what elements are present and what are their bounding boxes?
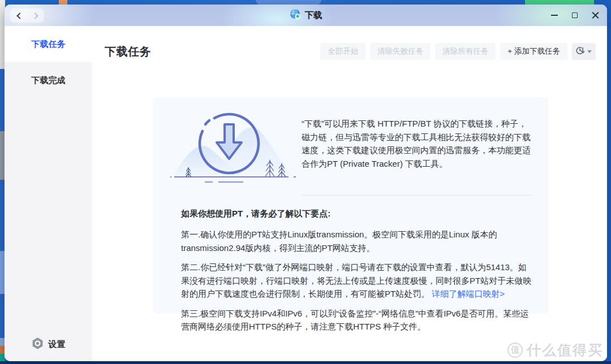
close-icon (592, 12, 599, 19)
sidebar-item-label: 下载完成 (32, 75, 66, 86)
settings-button[interactable]: 设置 (5, 336, 92, 352)
nav-button-group (10, 8, 44, 23)
clear-failed-button[interactable]: 清除失败任务 (370, 43, 431, 60)
content-header: 下载任务 全部开始 清除失败任务 清除所有任务 + 添加下载任务 (92, 26, 607, 60)
port-mapping-link[interactable]: 详细了解端口映射> (432, 289, 505, 298)
clear-all-button[interactable]: 清除所有任务 (435, 43, 496, 60)
maximize-icon (572, 12, 578, 18)
desktop-fragment (0, 361, 611, 364)
window-title: 下载 (305, 10, 322, 21)
download-app-window: 下载 下载任务 下载完成 设置 (5, 5, 607, 361)
sidebar-item-download-complete[interactable]: 下载完成 (5, 62, 92, 98)
card-intro-text: “下载”可以用来下载 HTTP/FTP/BT 协议的下载链接，种子，磁力链，但与… (302, 105, 532, 190)
app-globe-download-icon (290, 8, 301, 22)
caret-down-icon (587, 50, 592, 53)
back-button[interactable] (10, 8, 27, 23)
sidebar-item-label: 下载任务 (32, 39, 66, 50)
clock-sort-icon (576, 46, 586, 57)
sidebar-item-download-tasks[interactable]: 下载任务 (5, 26, 92, 62)
tip-second: 第二.你已经针对“下载”做了外网端口映射，端口号请在下载的设置中查看，默认为51… (181, 261, 532, 301)
download-illustration (170, 105, 300, 190)
gear-icon (32, 337, 44, 352)
start-all-button[interactable]: 全部开始 (320, 43, 365, 60)
tips-heading: 如果你想使用PT，请务必了解以下要点: (181, 209, 532, 219)
forward-button[interactable] (27, 8, 44, 23)
titlebar: 下载 (5, 5, 607, 26)
minimize-button[interactable] (550, 11, 558, 19)
add-task-label: 添加下载任务 (512, 47, 560, 55)
info-card: “下载”可以用来下载 HTTP/FTP/BT 协议的下载链接，种子，磁力链，但与… (153, 97, 549, 314)
sort-by-time-dropdown-button[interactable] (572, 43, 596, 60)
close-button[interactable] (591, 11, 599, 19)
maximize-button[interactable] (571, 11, 579, 19)
minimize-icon (551, 15, 558, 16)
main-content: 下载任务 全部开始 清除失败任务 清除所有任务 + 添加下载任务 (92, 26, 607, 361)
settings-label: 设置 (49, 339, 66, 350)
tip-third: 第三.极空间下载支持IPv4和IPv6，可以到“设备监控”-“网络信息”中查看I… (181, 307, 532, 333)
sidebar: 下载任务 下载完成 设置 (5, 26, 92, 361)
add-download-task-button[interactable]: + 添加下载任务 (500, 43, 567, 60)
chevron-right-icon (32, 12, 38, 19)
tip-first: 第一.确认你使用的PT站支持Linux版transmission。极空间下载采用… (181, 228, 532, 254)
page-title: 下载任务 (105, 44, 151, 59)
chevron-left-icon (16, 12, 23, 19)
